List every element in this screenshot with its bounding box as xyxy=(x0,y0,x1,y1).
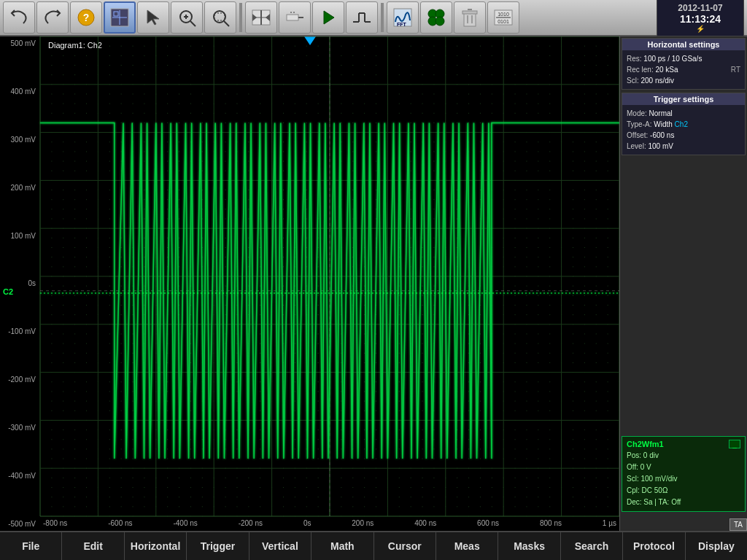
svg-rect-13 xyxy=(214,13,225,20)
trigger-level-row: Level: 100 mV xyxy=(627,141,740,152)
probe-button[interactable] xyxy=(279,1,311,34)
datetime-display: 2012-11-07 11:13:24 ⚡ xyxy=(657,0,744,36)
menu-bar: FileEditHorizontalTriggerVerticalMathCur… xyxy=(0,531,747,560)
separator-2 xyxy=(381,3,384,32)
digital-button[interactable]: 1010 0101 xyxy=(487,1,519,34)
x-axis: -800 ns-600 ns-400 ns-200 ns0s200 ns400 … xyxy=(40,518,619,531)
separator-1 xyxy=(239,3,242,32)
x-axis-label: 0s xyxy=(303,519,311,529)
menu-item-vertical[interactable]: Vertical xyxy=(249,532,311,560)
svg-rect-19 xyxy=(287,15,298,20)
menu-item-cursor[interactable]: Cursor xyxy=(374,532,436,560)
run-button[interactable] xyxy=(312,1,344,34)
x-axis-label: -600 ns xyxy=(108,519,132,529)
menu-item-display[interactable]: Display xyxy=(686,532,747,560)
menu-item-file[interactable]: File xyxy=(0,532,62,560)
x-axis-label: 600 ns xyxy=(477,519,499,529)
svg-rect-35 xyxy=(464,13,476,26)
ch2-box-title: Ch2Wfm1 _ xyxy=(627,440,740,448)
menu-item-math[interactable]: Math xyxy=(311,532,374,560)
svg-point-11 xyxy=(214,11,225,23)
cursor-button[interactable] xyxy=(137,1,169,34)
trigger-mode-button[interactable] xyxy=(346,1,378,34)
svg-rect-36 xyxy=(462,11,477,14)
fft-button[interactable]: FFT xyxy=(387,1,419,34)
svg-line-8 xyxy=(190,21,196,26)
menu-item-trigger[interactable]: Trigger xyxy=(187,532,249,560)
ta-button[interactable]: TA xyxy=(729,518,747,531)
svg-text:?: ? xyxy=(83,12,90,23)
horizontal-button[interactable] xyxy=(245,1,277,34)
measure-button[interactable] xyxy=(104,1,136,34)
toolbar: ? xyxy=(0,0,747,36)
trigger-offset-row: Offset: -600 ns xyxy=(627,130,740,141)
menu-item-masks[interactable]: Masks xyxy=(498,532,560,560)
ch2-scl-row: Scl: 100 mV/div xyxy=(627,473,740,485)
c2-label: C2 xyxy=(3,287,13,296)
delete-button[interactable] xyxy=(454,1,486,34)
zoom-in-button[interactable] xyxy=(171,1,203,34)
ch2-off-row: Off: 0 V xyxy=(627,462,740,473)
svg-text:0101: 0101 xyxy=(498,19,509,24)
x-axis-label: -200 ns xyxy=(239,519,263,529)
trigger-settings-panel: Trigger settings Mode: Normal Type-A: Wi… xyxy=(622,93,746,155)
help-button[interactable]: ? xyxy=(70,1,102,34)
undo-button[interactable] xyxy=(3,1,35,34)
ch2-cpl-row: Cpl: DC 50Ω xyxy=(627,485,740,497)
ch2-pos-row: Pos: 0 div xyxy=(627,450,740,462)
svg-text:FFT: FFT xyxy=(397,22,407,27)
menu-item-horizontal[interactable]: Horizontal xyxy=(125,532,187,560)
x-axis-label: 200 ns xyxy=(352,519,374,529)
zoom-area-button[interactable] xyxy=(204,1,236,34)
scope-area[interactable]: Diagram1: Ch2 500 mV400 mV300 mV200 mV10… xyxy=(0,36,619,531)
svg-point-34 xyxy=(436,17,444,26)
math-channels-button[interactable] xyxy=(420,1,452,34)
trigger-typea-row: Type-A: Width Ch2 xyxy=(627,119,740,130)
trigger-mode-row: Mode: Normal xyxy=(627,108,740,119)
menu-item-edit[interactable]: Edit xyxy=(62,532,124,560)
menu-item-protocol[interactable]: Protocol xyxy=(623,532,685,560)
x-axis-label: 400 ns xyxy=(414,519,436,529)
horizontal-settings-title: Horizontal settings xyxy=(622,39,745,50)
svg-text:1010: 1010 xyxy=(498,12,509,17)
svg-marker-6 xyxy=(147,10,159,25)
menu-item-meas[interactable]: Meas xyxy=(436,532,498,560)
horizontal-scl-row: Scl: 200 ns/div xyxy=(627,75,740,86)
waveform-canvas xyxy=(0,36,619,531)
ch2-dec-row: Dec: Sa | TA: Off xyxy=(627,497,740,508)
ch2-minimize-button[interactable]: _ xyxy=(729,440,740,448)
svg-marker-23 xyxy=(324,11,334,24)
main-area: Diagram1: Ch2 500 mV400 mV300 mV200 mV10… xyxy=(0,36,747,531)
horizontal-settings-panel: Horizontal settings Res: 100 ps / 10 GSa… xyxy=(622,38,746,90)
x-axis-label: 1 µs xyxy=(603,519,616,529)
svg-line-12 xyxy=(224,21,229,26)
ch2-waveform-box: Ch2Wfm1 _ Pos: 0 div Off: 0 V Scl: 100 m… xyxy=(622,436,746,512)
x-axis-label: -800 ns xyxy=(43,519,67,529)
right-panel: Horizontal settings Res: 100 ps / 10 GSa… xyxy=(619,36,747,531)
trigger-settings-title: Trigger settings xyxy=(622,93,745,105)
x-axis-label: 800 ns xyxy=(540,519,562,529)
x-axis-label: -400 ns xyxy=(173,519,197,529)
redo-button[interactable] xyxy=(36,1,69,34)
horizontal-reclen-row: Rec len: 20 kSa RT xyxy=(627,64,740,75)
menu-item-search[interactable]: Search xyxy=(561,532,623,560)
horizontal-res-row: Res: 100 ps / 10 GSa/s xyxy=(627,53,740,64)
